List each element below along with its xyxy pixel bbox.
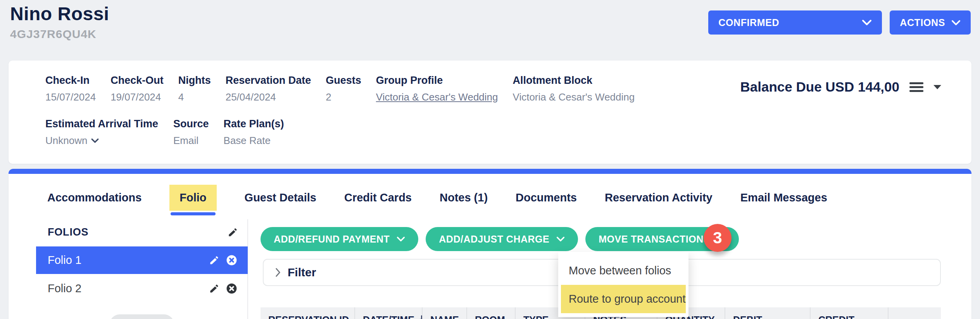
tab-credit-cards[interactable]: Credit Cards xyxy=(344,185,412,211)
guest-name: Nino Rossi xyxy=(10,3,109,24)
confirmation-code: 4GJ37R6QU4K xyxy=(10,28,109,41)
column-header-room[interactable]: ROOM xyxy=(467,307,516,319)
folios-title: FOLIOS xyxy=(48,226,88,238)
column-header-date-time[interactable]: DATE/TIME xyxy=(355,307,423,319)
tab-guest-details[interactable]: Guest Details xyxy=(245,185,316,211)
filter-label: Filter xyxy=(288,266,316,279)
add-folio-button[interactable] xyxy=(110,314,174,319)
tab-bar: Accommodations Folio Guest Details Credi… xyxy=(9,174,971,211)
detail-card: Accommodations Folio Guest Details Credi… xyxy=(9,169,971,319)
tab-notes[interactable]: Notes (1) xyxy=(440,185,488,211)
status-dropdown-button[interactable]: CONFIRMED xyxy=(708,10,882,35)
delete-folio-icon[interactable] xyxy=(226,254,238,266)
chevron-right-icon xyxy=(274,267,281,277)
folio-name: Folio 2 xyxy=(48,282,209,295)
tab-reservation-activity[interactable]: Reservation Activity xyxy=(605,185,713,211)
field-source: Source Email xyxy=(173,118,209,147)
balance-area: Balance Due USD 144,00 xyxy=(740,79,941,95)
reservation-summary-card: Check-In 15/07/2024 Check-Out 19/07/2024… xyxy=(9,61,971,164)
field-estimated-arrival: Estimated Arrival Time Unknown xyxy=(45,118,159,147)
column-header-reservation-id[interactable]: RESERVATION ID xyxy=(261,307,355,319)
actions-button[interactable]: ACTIONS xyxy=(890,10,971,35)
folio-actions: ADD/REFUND PAYMENT ADD/ADJUST CHARGE MOV… xyxy=(261,227,739,251)
delete-folio-icon[interactable] xyxy=(226,283,238,295)
folio-item-1[interactable]: Folio 1 xyxy=(36,246,248,274)
field-group-profile: Group Profile Victoria & Cesar's Wedding xyxy=(376,75,498,103)
summary-row-2: Estimated Arrival Time Unknown Source Em… xyxy=(45,118,284,147)
step-badge: 3 xyxy=(704,224,732,252)
chevron-down-icon xyxy=(862,19,872,26)
edit-folio-icon[interactable] xyxy=(209,283,219,294)
menu-item-move-between-folios[interactable]: Move between folios xyxy=(561,257,686,285)
menu-item-route-to-group-account[interactable]: Route to group account xyxy=(561,285,686,313)
folios-header: FOLIOS xyxy=(9,226,247,238)
edit-folios-icon[interactable] xyxy=(228,227,238,238)
field-guests: Guests 2 xyxy=(326,75,361,103)
field-reservation-date: Reservation Date 25/04/2024 xyxy=(226,75,311,103)
chevron-down-icon xyxy=(397,236,405,242)
tab-documents[interactable]: Documents xyxy=(516,185,577,211)
column-header-credit[interactable]: CREDIT xyxy=(811,307,889,319)
header-buttons: CONFIRMED ACTIONS xyxy=(708,10,971,35)
add-adjust-charge-button[interactable]: ADD/ADJUST CHARGE xyxy=(426,227,578,251)
tab-folio[interactable]: Folio xyxy=(169,185,216,211)
field-check-in: Check-In 15/07/2024 xyxy=(45,75,96,103)
column-header-empty xyxy=(889,307,941,319)
card-accent-bar xyxy=(9,169,971,174)
field-allotment-block: Allotment Block Victoria & Cesar's Weddi… xyxy=(513,75,635,103)
field-nights: Nights 4 xyxy=(178,75,211,103)
add-refund-payment-button[interactable]: ADD/REFUND PAYMENT xyxy=(261,227,418,251)
page-header: Nino Rossi 4GJ37R6QU4K xyxy=(10,3,109,41)
chevron-down-icon xyxy=(951,20,961,26)
tab-email-messages[interactable]: Email Messages xyxy=(740,185,827,211)
folio-item-2[interactable]: Folio 2 xyxy=(36,274,248,303)
group-profile-link[interactable]: Victoria & Cesar's Wedding xyxy=(376,91,498,103)
field-rate-plans: Rate Plan(s) Base Rate xyxy=(224,118,284,147)
chevron-down-icon xyxy=(556,236,565,242)
reservation-page: { "header": { "guest_name": "Nino Rossi"… xyxy=(0,0,980,319)
actions-label: ACTIONS xyxy=(900,17,945,28)
field-check-out: Check-Out 19/07/2024 xyxy=(110,75,164,103)
folio-name: Folio 1 xyxy=(48,254,209,267)
summary-row-1: Check-In 15/07/2024 Check-Out 19/07/2024… xyxy=(45,75,635,103)
balance-menu-icon[interactable] xyxy=(909,82,923,92)
column-header-name[interactable]: NAME xyxy=(423,307,467,319)
arrival-time-dropdown[interactable]: Unknown xyxy=(45,135,159,147)
balance-caret-icon[interactable] xyxy=(933,85,941,89)
column-header-debit[interactable]: DEBIT xyxy=(725,307,811,319)
edit-folio-icon[interactable] xyxy=(209,255,219,265)
tab-accommodations[interactable]: Accommodations xyxy=(47,185,141,211)
status-label: CONFIRMED xyxy=(718,17,779,28)
balance-due: Balance Due USD 144,00 xyxy=(740,79,899,95)
chevron-down-icon xyxy=(91,138,99,143)
move-transactions-menu: Move between folios Route to group accou… xyxy=(558,252,688,317)
